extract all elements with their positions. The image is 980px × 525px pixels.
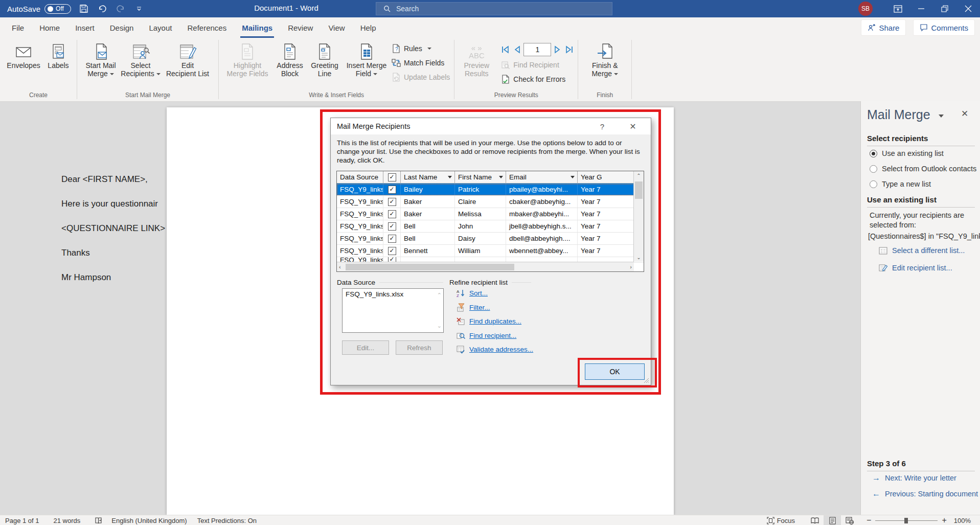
column-dropdown-icon[interactable] bbox=[448, 176, 452, 178]
tab-layout[interactable]: Layout bbox=[141, 17, 179, 38]
tab-insert[interactable]: Insert bbox=[67, 17, 102, 38]
avatar[interactable]: SB bbox=[858, 2, 873, 16]
header-checkbox[interactable]: ✓ bbox=[388, 173, 396, 181]
comments-button[interactable]: Comments bbox=[913, 19, 975, 36]
undo-icon[interactable] bbox=[97, 3, 108, 14]
insert-merge-field-button[interactable]: Insert Merge Field bbox=[343, 41, 391, 79]
include-checkbox[interactable]: ✓ bbox=[388, 222, 396, 231]
select-recipients-button[interactable]: Select Recipients bbox=[121, 41, 160, 79]
document-text-line[interactable]: Here is your questionnair bbox=[61, 199, 158, 209]
scroll-left-icon[interactable]: ‹ bbox=[339, 264, 341, 270]
radio-outlook-contacts[interactable]: Select from Outlook contacts bbox=[870, 165, 976, 173]
recipient-row[interactable]: FSQ_Y9_links.x... ✓ Bailey Patrick pbail… bbox=[337, 184, 644, 196]
pane-options-chevron-icon[interactable] bbox=[939, 115, 944, 118]
text-predictions-indicator[interactable]: Text Predictions: On bbox=[197, 517, 257, 524]
scroll-right-icon[interactable]: › bbox=[630, 264, 632, 270]
include-checkbox[interactable]: ✓ bbox=[388, 198, 396, 206]
column-header-first-name[interactable]: First Name bbox=[455, 171, 506, 183]
include-checkbox[interactable]: ✓ bbox=[388, 210, 396, 218]
document-text-line[interactable]: <QUESTIONNAIRE LINK> bbox=[61, 223, 165, 234]
autosave-toggle[interactable]: AutoSave Off bbox=[7, 4, 71, 14]
dialog-close-icon[interactable]: ✕ bbox=[626, 122, 640, 131]
previous-record-icon[interactable] bbox=[513, 45, 520, 54]
include-checkbox[interactable]: ✓ bbox=[388, 235, 396, 243]
tab-review[interactable]: Review bbox=[280, 17, 321, 38]
zoom-slider[interactable] bbox=[875, 520, 938, 521]
close-button[interactable] bbox=[956, 0, 980, 17]
share-button[interactable]: Share bbox=[861, 19, 906, 36]
horizontal-scroll-thumb[interactable] bbox=[346, 264, 514, 270]
minimize-button[interactable] bbox=[909, 0, 933, 17]
column-header-email[interactable]: Email bbox=[506, 171, 578, 183]
find-recipient-link[interactable]: Find recipient... bbox=[457, 331, 516, 340]
print-layout-button[interactable] bbox=[824, 515, 841, 525]
redo-icon[interactable] bbox=[115, 3, 126, 14]
filter-link[interactable]: Filter... bbox=[457, 303, 490, 312]
recipient-row[interactable]: FSQ_Y9_links.x... ✓ Baker Melissa mbaker… bbox=[337, 208, 644, 220]
focus-button[interactable]: Focus bbox=[767, 517, 795, 524]
search-input[interactable]: Search bbox=[376, 2, 612, 15]
radio-use-existing-list[interactable]: Use an existing list bbox=[870, 149, 944, 157]
start-mail-merge-button[interactable]: Start Mail Merge bbox=[81, 41, 120, 79]
column-header-include-checkbox[interactable]: ✓ bbox=[383, 171, 401, 183]
scroll-down-icon[interactable]: ⌄ bbox=[437, 323, 442, 329]
select-different-list-link[interactable]: Select a different list... bbox=[879, 246, 965, 255]
validate-addresses-link[interactable]: Validate addresses... bbox=[457, 345, 533, 354]
tab-mailings[interactable]: Mailings bbox=[234, 17, 280, 38]
next-record-icon[interactable] bbox=[554, 45, 561, 54]
recipient-row[interactable]: FSQ_Y9_links.x... ✓ Bell John jbell@abbe… bbox=[337, 220, 644, 233]
column-header-data-source[interactable]: Data Source bbox=[337, 171, 383, 183]
column-header-year-group[interactable]: Year G bbox=[578, 171, 634, 183]
edit-recipient-list-link[interactable]: Edit recipient list... bbox=[879, 264, 952, 272]
zoom-in-button[interactable]: + bbox=[942, 516, 946, 525]
vertical-scroll-thumb[interactable] bbox=[635, 181, 643, 199]
tab-home[interactable]: Home bbox=[32, 17, 67, 38]
match-fields-button[interactable]: Match Fields bbox=[392, 57, 450, 69]
scroll-up-icon[interactable]: ⌃ bbox=[437, 292, 442, 299]
data-source-listbox[interactable]: FSQ_Y9_links.xlsx ⌃ ⌄ bbox=[342, 288, 444, 333]
scroll-up-icon[interactable]: ⌃ bbox=[636, 171, 641, 178]
document-text-line[interactable]: Thanks bbox=[61, 248, 90, 258]
help-icon[interactable]: ? bbox=[596, 122, 609, 131]
last-record-icon[interactable] bbox=[564, 45, 574, 54]
edit-recipient-list-button[interactable]: Edit Recipient List bbox=[161, 41, 214, 79]
tab-help[interactable]: Help bbox=[353, 17, 384, 38]
finish-and-merge-button[interactable]: Finish & Merge bbox=[585, 41, 624, 79]
tab-view[interactable]: View bbox=[321, 17, 352, 38]
zoom-out-button[interactable]: − bbox=[867, 516, 871, 525]
proofing-icon[interactable] bbox=[95, 517, 102, 524]
page-indicator[interactable]: Page 1 of 1 bbox=[5, 517, 39, 524]
word-count[interactable]: 21 words bbox=[54, 517, 81, 524]
zoom-slider-thumb[interactable] bbox=[904, 518, 908, 523]
next-step-link[interactable]: → Next: Write your letter bbox=[872, 473, 956, 483]
include-checkbox[interactable]: ✓ bbox=[388, 247, 396, 255]
tab-references[interactable]: References bbox=[179, 17, 234, 38]
ribbon-display-options-icon[interactable] bbox=[886, 0, 909, 17]
recipient-row[interactable]: FSQ_Y9_links.x... ✓ Bennett William wben… bbox=[337, 245, 644, 257]
record-number-input[interactable]: 1 bbox=[523, 43, 551, 56]
first-record-icon[interactable] bbox=[501, 45, 510, 54]
rules-button[interactable]: ? Rules bbox=[392, 43, 450, 54]
zoom-level[interactable]: 100% bbox=[954, 517, 971, 524]
include-checkbox[interactable]: ✓ bbox=[388, 186, 396, 194]
envelopes-button[interactable]: Envelopes bbox=[4, 41, 43, 71]
recipient-row[interactable]: FSQ_Y9_links.x... ✓ Bell Daisy dbell@abb… bbox=[337, 233, 644, 245]
column-dropdown-icon[interactable] bbox=[499, 176, 503, 178]
web-layout-button[interactable] bbox=[841, 515, 858, 525]
ok-button[interactable]: OK bbox=[585, 363, 645, 380]
column-header-last-name[interactable]: Last Name bbox=[401, 171, 455, 183]
previous-step-link[interactable]: ← Previous: Starting document bbox=[872, 489, 978, 498]
tab-file[interactable]: File bbox=[4, 17, 32, 38]
labels-button[interactable]: Labels bbox=[44, 41, 73, 71]
recipient-row[interactable]: FSQ_Y9_links.x... ✓ Baker Claire cbaker@… bbox=[337, 196, 644, 208]
read-mode-button[interactable] bbox=[806, 515, 824, 525]
save-icon[interactable] bbox=[78, 3, 89, 14]
customize-quick-access-icon[interactable] bbox=[133, 3, 145, 14]
language-indicator[interactable]: English (United Kingdom) bbox=[111, 517, 187, 524]
resize-grip[interactable] bbox=[643, 377, 649, 383]
pane-close-icon[interactable]: ✕ bbox=[961, 108, 968, 119]
document-text-line[interactable]: Dear <FIRST NAME>, bbox=[61, 174, 148, 185]
restore-button[interactable] bbox=[933, 0, 956, 17]
data-source-item[interactable]: FSQ_Y9_links.xlsx bbox=[343, 289, 443, 300]
sort-link[interactable]: AZ Sort... bbox=[457, 289, 488, 298]
